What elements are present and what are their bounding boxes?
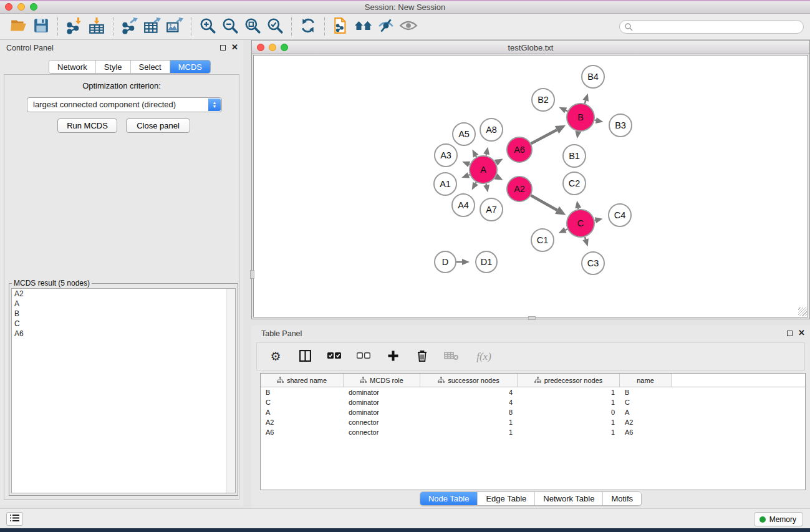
float-table-panel-icon[interactable] [787,331,793,336]
edge-C-C1[interactable] [566,229,567,230]
show-hide-button[interactable] [397,16,420,37]
delete-row-button[interactable] [415,349,430,364]
edge-B-B2[interactable] [566,110,567,111]
table-cell[interactable]: connector [344,428,420,436]
home-button[interactable] [352,16,375,37]
zoom-in-button[interactable] [196,16,219,37]
close-panel-button[interactable]: Close panel [126,118,190,133]
edge-A-A5[interactable] [476,156,476,157]
tab-motifs[interactable]: Motifs [603,492,641,505]
tab-style[interactable]: Style [96,60,131,73]
mcds-result-list[interactable]: A2ABCA6 [11,288,236,493]
table-cell[interactable]: 1 [420,418,518,426]
import-network-button[interactable] [63,16,85,37]
tab-network[interactable]: Network [49,60,96,73]
column-header-mcds-role[interactable]: MCDS role [344,374,420,387]
table-settings-button[interactable]: ⚙ [268,349,283,364]
table-row[interactable]: Adominator80A [261,407,805,417]
hide-graphics-details-button[interactable] [375,16,397,37]
vertical-scrollbar-thumb[interactable] [250,270,254,279]
tab-edge-table[interactable]: Edge Table [478,492,535,505]
float-panel-icon[interactable] [220,45,226,51]
edge-B-B4[interactable] [585,100,586,104]
resize-grip[interactable] [798,307,807,316]
close-panel-icon[interactable]: ✕ [231,44,238,51]
table-cell[interactable]: 8 [420,409,518,416]
table-row[interactable]: A2connector11A2 [261,417,805,427]
export-image-button[interactable] [163,16,186,37]
toolbar-separator [191,17,191,36]
show-panels-button[interactable] [6,512,23,526]
result-item[interactable]: B [12,309,235,319]
table-cell[interactable]: A6 [261,428,344,436]
result-scrollbar[interactable] [226,289,235,493]
edge-A2-C[interactable] [531,195,557,210]
table-cell[interactable]: B [261,389,344,396]
save-session-button[interactable] [30,16,52,37]
tab-node-table[interactable]: Node Table [420,492,478,505]
result-item[interactable]: A2 [12,289,235,299]
table-cell[interactable]: 1 [518,389,620,396]
column-header-successor-nodes[interactable]: successor nodes [420,374,518,387]
table-cell[interactable]: A6 [620,428,672,436]
search-input[interactable] [619,20,804,34]
select-all-rows-button[interactable] [327,349,342,364]
table-cell[interactable]: 4 [420,389,518,396]
table-row[interactable]: A6connector11A6 [261,427,805,437]
tab-select[interactable]: Select [131,60,170,73]
column-header-name[interactable]: name [620,374,672,387]
refresh-button[interactable] [297,16,319,37]
table-cell[interactable]: connector [344,418,420,426]
criterion-select[interactable]: largest connected component (directed) ▲… [27,97,222,112]
table-cell[interactable]: 1 [518,418,620,426]
horizontal-scrollbar-thumb[interactable] [528,316,536,320]
edge-C-C3[interactable] [585,237,586,239]
result-item[interactable]: C [12,319,235,329]
table-cell[interactable]: 1 [518,399,620,406]
table-row[interactable]: Cdominator41C [261,397,805,407]
zoom-selected-button[interactable] [264,16,286,37]
result-item[interactable]: A6 [12,329,235,339]
delete-table-button[interactable] [444,349,459,364]
table-cell[interactable]: A [261,409,344,416]
open-session-button[interactable] [7,16,30,37]
column-header-shared-name[interactable]: shared name [261,374,344,387]
export-table-button[interactable] [141,16,163,37]
table-cell[interactable]: dominator [344,409,420,416]
result-item[interactable]: A [12,299,235,309]
table-cell[interactable]: 0 [518,409,620,416]
node-table[interactable]: shared nameMCDS rolesuccessor nodesprede… [260,373,806,490]
export-network-button[interactable] [118,16,141,37]
table-cell[interactable]: B [620,389,672,396]
table-cell[interactable]: C [261,399,344,406]
network-from-document-button[interactable] [330,16,352,37]
table-cell[interactable]: dominator [344,389,420,396]
table-cell[interactable]: 1 [420,428,518,436]
add-row-button[interactable] [385,349,400,364]
function-builder-button[interactable]: f(x) [473,349,494,364]
edge-A-A4[interactable] [476,182,476,183]
run-mcds-button[interactable]: Run MCDS [57,118,117,133]
network-window-titlebar[interactable]: testGlobe.txt [252,41,809,54]
zoom-fit-button[interactable] [241,16,264,37]
network-canvas[interactable]: B4B2BB3A5A8A6A3B1AC2A1A2A4A7C4CC1C3DD1 [253,55,808,317]
edge-A-A1[interactable] [468,175,470,175]
column-visibility-button[interactable] [297,349,312,364]
zoom-out-button[interactable] [219,16,241,37]
memory-button[interactable]: Memory [754,512,803,526]
tab-mcds[interactable]: MCDS [170,60,210,73]
table-cell[interactable]: 4 [420,399,518,406]
column-header-predecessor-nodes[interactable]: predecessor nodes [518,374,620,387]
tab-network-table[interactable]: Network Table [535,492,603,505]
table-cell[interactable]: A [620,409,672,416]
table-cell[interactable]: C [620,399,672,406]
import-table-button[interactable] [85,16,108,37]
deselect-all-rows-button[interactable] [356,349,371,364]
table-cell[interactable]: dominator [344,399,420,406]
table-cell[interactable]: 1 [518,428,620,436]
table-row[interactable]: Bdominator41B [261,387,805,397]
edge-A6-B[interactable] [531,130,557,143]
table-cell[interactable]: A2 [261,418,344,426]
close-table-panel-icon[interactable]: ✕ [798,330,805,336]
table-cell[interactable]: A2 [620,418,672,426]
